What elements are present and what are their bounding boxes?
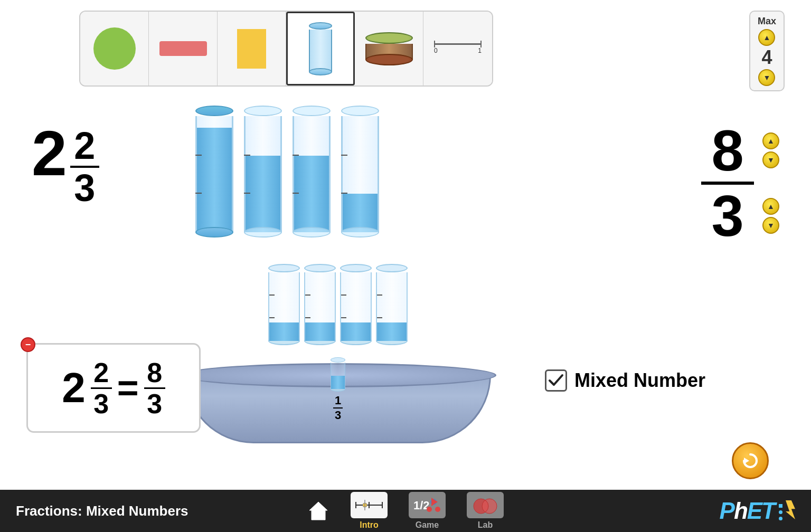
mixed-number-toggle: Mixed Number	[545, 369, 705, 392]
fraction-controls: ▲ ▼ ▲ ▼	[762, 132, 779, 234]
numerator-up-button[interactable]: ▲	[762, 132, 779, 149]
bowl-cylinders	[268, 264, 408, 345]
phet-logo: PhET	[600, 498, 795, 524]
numerator-display: 2	[74, 127, 95, 165]
bowl-area: 1 3	[169, 264, 507, 443]
cylinders-area	[195, 106, 379, 238]
eq-mixed-fraction: 2 3	[91, 359, 112, 417]
bowl-cylinder-2[interactable]	[304, 264, 336, 345]
toolbar-item-cylinder[interactable]	[286, 12, 355, 86]
eq-improper-fraction: 8 3	[144, 359, 165, 417]
flat-cylinder-shape	[365, 32, 413, 65]
eq-imp-num: 8	[147, 359, 162, 386]
checkmark-icon	[548, 373, 564, 388]
liquid-cylinder-1[interactable]	[195, 106, 233, 238]
game-icon-box: 1/2	[409, 492, 446, 518]
fraction-part-display: 2 3	[70, 127, 99, 207]
toolbar-item-flat-cylinder[interactable]	[355, 12, 423, 86]
game-icon: 1/2	[411, 495, 443, 516]
eq-frac-den: 3	[93, 390, 109, 417]
improper-denominator: 3	[711, 187, 743, 245]
denominator-controls: ▲ ▼	[762, 198, 779, 234]
tiny-fraction-label: 1 3	[333, 394, 343, 422]
game-nav-label: Game	[416, 520, 439, 530]
toolbar-item-number-line[interactable]: 01	[423, 12, 492, 86]
reset-icon	[740, 450, 761, 471]
phet-dot-3	[779, 517, 782, 520]
bowl-cylinder-3[interactable]	[340, 264, 372, 345]
max-spinner: Max ▲ 4 ▼	[749, 11, 785, 91]
numerator-down-button[interactable]: ▼	[762, 151, 779, 168]
max-label: Max	[758, 16, 776, 27]
home-icon	[307, 500, 329, 522]
circle-shape	[93, 27, 136, 70]
lab-icon-box	[467, 492, 504, 518]
mixed-number-checkbox[interactable]	[545, 369, 567, 392]
mixed-fraction-display: 2 2 3	[32, 121, 99, 207]
cylinder-shape	[309, 22, 332, 75]
bowl-cylinder-4[interactable]	[376, 264, 408, 345]
lab-icon	[469, 495, 501, 516]
improper-fraction-control: 8 3 ▲ ▼ ▲ ▼	[701, 121, 779, 245]
tiny-cylinder[interactable]	[331, 357, 345, 392]
liquid-cylinder-2[interactable]	[244, 106, 282, 238]
toolbar-item-square[interactable]	[218, 12, 286, 86]
phet-dot-1	[779, 504, 782, 508]
eq-imp-den: 3	[147, 390, 162, 417]
improper-numerator: 8	[711, 121, 743, 179]
lab-nav-label: Lab	[478, 520, 493, 530]
eq-equals: =	[117, 367, 139, 409]
svg-marker-1	[309, 502, 327, 520]
denominator-up-button[interactable]: ▲	[762, 198, 779, 215]
home-nav-item[interactable]	[307, 500, 329, 522]
representation-toolbar: 01	[79, 11, 493, 87]
intro-nav-item[interactable]: Intro	[351, 492, 388, 530]
denominator-display: 3	[74, 169, 95, 207]
toolbar-item-circle[interactable]	[80, 12, 149, 86]
phet-dot-2	[779, 510, 782, 514]
reset-button[interactable]	[732, 442, 769, 479]
square-shape	[237, 29, 266, 69]
phet-text: PhET	[720, 498, 775, 524]
intro-icon-box	[351, 492, 388, 518]
game-nav-item[interactable]: 1/2 Game	[409, 492, 446, 530]
denominator-down-button[interactable]: ▼	[762, 217, 779, 234]
intro-icon	[353, 495, 385, 516]
intro-nav-label: Intro	[360, 520, 379, 530]
lab-nav-item[interactable]: Lab	[467, 492, 504, 530]
numerator-controls: ▲ ▼	[762, 132, 779, 168]
app-title: Fractions: Mixed Numbers	[16, 503, 211, 519]
mixed-number-label: Mixed Number	[574, 369, 705, 392]
eq-whole: 2	[62, 367, 86, 409]
svg-marker-0	[744, 458, 749, 464]
max-up-button[interactable]: ▲	[758, 29, 775, 46]
eq-frac-num: 2	[93, 359, 109, 386]
phet-dots	[779, 504, 782, 520]
number-line-shape: 01	[434, 43, 482, 54]
improper-fraction-display: 8 3	[701, 121, 754, 245]
toolbar-item-rectangle[interactable]	[149, 12, 218, 86]
svg-point-12	[427, 507, 432, 512]
tiny-cylinder-fraction: 1 3	[331, 357, 345, 422]
svg-point-11	[435, 507, 440, 512]
whole-number-display: 2	[32, 121, 67, 185]
liquid-cylinder-4[interactable]	[341, 106, 379, 238]
bowl-cylinder-1[interactable]	[268, 264, 300, 345]
max-value: 4	[761, 48, 772, 67]
max-down-button[interactable]: ▼	[758, 69, 775, 86]
phet-lightning-icon	[786, 500, 795, 519]
rectangle-shape	[159, 41, 207, 56]
liquid-cylinder-3[interactable]	[293, 106, 331, 238]
equation-content: 2 2 3 = 8 3	[62, 359, 165, 417]
bottom-navigation: Fractions: Mixed Numbers Intro	[0, 490, 811, 532]
equation-box: − 2 2 3 = 8 3	[26, 343, 201, 433]
equation-close-button[interactable]: −	[21, 337, 35, 352]
nav-icons: Intro 1/2 Game	[211, 492, 600, 530]
